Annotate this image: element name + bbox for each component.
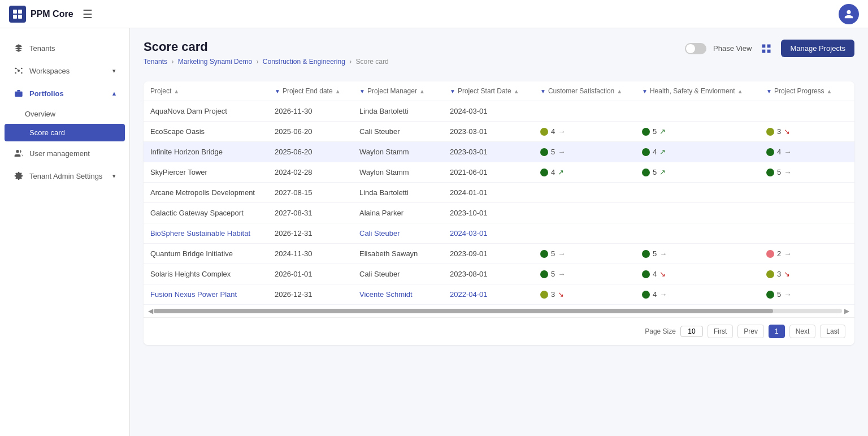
score-cell: 5 ↗ <box>635 162 760 183</box>
table-body: AquaNova Dam Project 2026-11-30 Linda Ba… <box>144 101 854 305</box>
start-date-cell: 2021-06-01 <box>443 162 533 183</box>
score-cell <box>635 101 760 122</box>
manager-cell: Cali Steuber <box>353 122 443 142</box>
score-arrow: ↘ <box>659 270 666 278</box>
end-date-cell: 2026-01-01 <box>268 264 353 284</box>
score-arrow: → <box>784 290 791 299</box>
col-project-sort[interactable]: ▲ <box>173 88 179 94</box>
tenants-svg <box>14 44 23 53</box>
manage-projects-button[interactable]: Manage Projects <box>781 40 854 57</box>
score-cell: 4 → <box>635 284 760 305</box>
scroll-right-arrow[interactable]: ▶ <box>844 307 850 315</box>
sidebar-item-overview-label: Overview <box>25 110 55 118</box>
page-size-label: Page Size <box>645 327 676 335</box>
col-end-date-sort[interactable]: ▲ <box>335 88 341 94</box>
breadcrumb-tenants[interactable]: Tenants <box>144 58 167 66</box>
start-date-cell: 2023-03-01 <box>443 122 533 142</box>
breadcrumb-sep-3: › <box>349 58 351 66</box>
col-end-date-filter[interactable]: ▼ <box>275 88 280 94</box>
end-date-cell: 2026-12-31 <box>268 284 353 305</box>
score-arrow: ↗ <box>558 168 564 176</box>
score-cell: 4 ↘ <box>635 264 760 284</box>
end-date-cell: 2027-08-15 <box>268 183 353 203</box>
project-name-cell[interactable]: AquaNova Dam Project <box>144 101 268 122</box>
score-cell: 3 ↘ <box>760 122 850 142</box>
col-header-customer-sat: ▼ Customer Satisfaction ▲ <box>533 81 635 101</box>
score-value: 4 <box>551 168 555 176</box>
sidebar-item-tenant-admin[interactable]: Tenant Admin Settings ▾ <box>5 165 125 187</box>
col-health-safety-sort[interactable]: ▲ <box>737 88 743 94</box>
first-page-button[interactable]: First <box>708 325 733 338</box>
score-arrow: → <box>558 148 565 156</box>
next-page-button[interactable]: Next <box>789 325 816 338</box>
sidebar-item-scorecard[interactable]: Score card <box>5 124 125 141</box>
score-cell <box>533 101 635 122</box>
project-name-cell[interactable]: EcoScape Oasis <box>144 122 268 142</box>
score-arrow: → <box>784 249 791 258</box>
col-manager-sort[interactable]: ▲ <box>419 88 425 94</box>
sidebar-item-user-management[interactable]: User management <box>5 143 125 164</box>
score-dot <box>642 148 650 156</box>
score-arrow: → <box>659 249 667 258</box>
score-cell: 5 → <box>533 244 635 264</box>
svg-point-7 <box>15 72 16 74</box>
breadcrumb-construction[interactable]: Construction & Engineering <box>263 58 345 66</box>
avatar-button[interactable] <box>839 4 859 24</box>
score-cell: 4 ↗ <box>533 162 635 183</box>
score-dot <box>540 148 548 156</box>
horizontal-scrollbar[interactable]: ◀ ▶ <box>144 305 854 317</box>
col-start-date-sort[interactable]: ▲ <box>514 88 519 94</box>
project-name-cell[interactable]: Galactic Gateway Spaceport <box>144 203 268 223</box>
score-cell: 4 → <box>760 142 850 162</box>
project-name-cell[interactable]: Infinite Horizon Bridge <box>144 142 268 162</box>
sidebar-item-portfolios-label: Portfolios <box>29 89 64 98</box>
project-name-cell[interactable]: Fusion Nexus Power Plant <box>144 284 268 305</box>
svg-rect-3 <box>18 15 22 19</box>
project-name-cell[interactable]: Solaris Heights Complex <box>144 264 268 284</box>
score-cell <box>850 284 854 305</box>
hamburger-button[interactable]: ☰ <box>83 7 93 21</box>
col-manager-filter[interactable]: ▼ <box>359 88 365 94</box>
col-health-safety-filter[interactable]: ▼ <box>642 88 648 94</box>
main-area: Tenants Workspaces ▾ Portfolios ▴ <box>0 28 868 436</box>
sidebar-section-main: Tenants Workspaces ▾ Portfolios ▴ <box>0 34 129 190</box>
project-name-cell[interactable]: Arcane Metropolis Development <box>144 183 268 203</box>
breadcrumb-sep-1: › <box>171 58 173 66</box>
score-cell: 5 ↗ <box>635 122 760 142</box>
col-customer-sat-sort[interactable]: ▲ <box>617 88 622 94</box>
col-start-date-filter[interactable]: ▼ <box>450 88 455 94</box>
end-date-cell: 2025-06-20 <box>268 142 353 162</box>
score-value: 3 <box>777 127 781 136</box>
score-value: 3 <box>551 290 555 299</box>
score-value: 4 <box>653 290 657 299</box>
grid-view-icon[interactable] <box>758 41 774 57</box>
sidebar-item-portfolios[interactable]: Portfolios ▴ <box>5 83 125 104</box>
sidebar-item-tenants[interactable]: Tenants <box>5 37 125 59</box>
score-value: 4 <box>551 127 555 136</box>
score-cell: 5 → <box>760 162 850 183</box>
score-value: 3 <box>777 270 781 278</box>
col-progress-sort[interactable]: ▲ <box>827 88 832 94</box>
col-header-end-date: ▼ Project End date ▲ <box>268 81 353 101</box>
project-name-cell[interactable]: Quantum Bridge Initiative <box>144 244 268 264</box>
sidebar-item-overview[interactable]: Overview <box>0 105 129 123</box>
last-page-button[interactable]: Last <box>820 325 845 338</box>
current-page-button[interactable]: 1 <box>769 325 785 338</box>
phase-view-label: Phase View <box>713 44 752 53</box>
score-arrow: → <box>784 168 791 176</box>
page-size-input[interactable] <box>680 326 703 337</box>
table-row: AquaNova Dam Project 2026-11-30 Linda Ba… <box>144 101 854 122</box>
score-arrow: ↘ <box>784 270 790 278</box>
breadcrumb-marketing[interactable]: Marketing Synami Demo <box>178 58 252 66</box>
score-cell: 5 → <box>533 142 635 162</box>
sidebar-item-workspaces[interactable]: Workspaces ▾ <box>5 60 125 81</box>
col-customer-sat-filter[interactable]: ▼ <box>540 88 546 94</box>
phase-view-toggle[interactable] <box>685 43 706 54</box>
scroll-left-arrow[interactable]: ◀ <box>148 307 154 315</box>
prev-page-button[interactable]: Prev <box>737 325 764 338</box>
project-name-cell[interactable]: BioSphere Sustainable Habitat <box>144 223 268 244</box>
app-name: PPM Core <box>31 9 73 19</box>
end-date-cell: 2027-08-31 <box>268 203 353 223</box>
col-progress-filter[interactable]: ▼ <box>766 88 772 94</box>
project-name-cell[interactable]: SkyPiercer Tower <box>144 162 268 183</box>
